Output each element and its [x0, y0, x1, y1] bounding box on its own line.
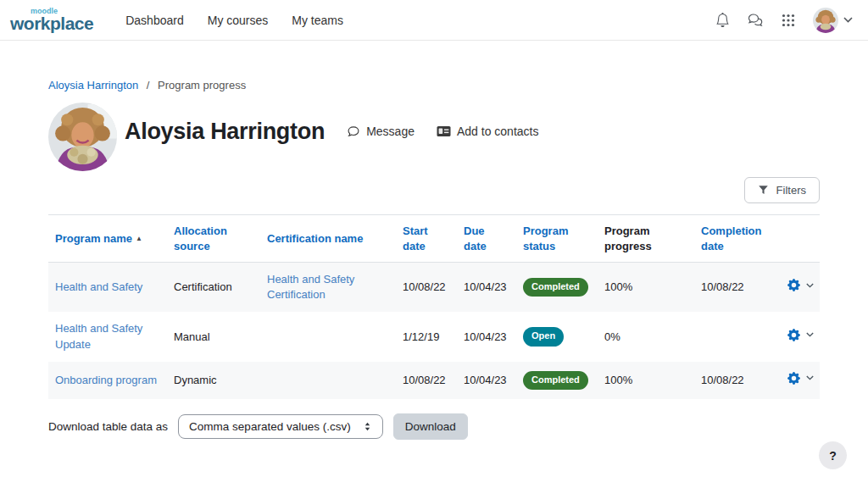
top-navbar: moodle workplace Dashboard My courses My… [0, 0, 868, 41]
download-format-select[interactable]: Comma separated values (.csv) [178, 414, 383, 439]
program-link[interactable]: Health and Safety [55, 280, 142, 293]
program-link[interactable]: Health and Safety Update [55, 322, 142, 350]
table-header-row: Program name▲ Allocation source Certific… [48, 215, 820, 263]
address-card-icon [437, 125, 451, 137]
completion-date-cell: 10/08/22 [694, 362, 781, 399]
download-label: Download table data as [48, 420, 168, 433]
moodle-workplace-logo[interactable]: moodle workplace [10, 8, 93, 32]
due-date-cell: 10/04/23 [457, 312, 516, 361]
message-button[interactable]: Message [347, 125, 415, 138]
table-row: Health and Safety Update Manual 1/12/19 … [48, 312, 820, 361]
speech-bubble-icon [347, 125, 360, 138]
row-actions-menu[interactable] [787, 329, 814, 341]
start-date-cell: 10/08/22 [396, 263, 457, 313]
table-row: Health and Safety Certification Health a… [48, 263, 820, 313]
gear-icon [787, 372, 800, 385]
profile-header: Aloysia Harrington Message Add to contac… [48, 103, 820, 171]
header-start-date[interactable]: Start date [396, 215, 457, 263]
completion-date-cell [694, 312, 781, 361]
breadcrumb-current-page: Program progress [158, 79, 246, 92]
chevron-down-icon [806, 375, 814, 380]
filters-row: Filters [48, 177, 820, 203]
row-actions-menu[interactable] [787, 279, 814, 291]
due-date-cell: 10/04/23 [457, 263, 516, 313]
nav-dashboard[interactable]: Dashboard [125, 14, 184, 27]
grid-icon [782, 14, 795, 27]
header-allocation-source[interactable]: Allocation source [167, 215, 260, 263]
breadcrumb-separator: / [147, 79, 150, 92]
profile-name-row: Aloysia Harrington Message Add to contac… [125, 115, 538, 147]
nav-my-courses[interactable]: My courses [208, 14, 269, 27]
status-badge: Completed [523, 278, 588, 297]
user-menu[interactable] [813, 8, 853, 33]
allocation-source-cell: Dynamic [167, 362, 260, 399]
status-badge: Open [523, 327, 564, 346]
breadcrumb-user-link[interactable]: Aloysia Harrington [48, 79, 138, 92]
selected-format: Comma separated values (.csv) [189, 420, 351, 433]
header-actions [781, 215, 820, 263]
program-link[interactable]: Onboarding program [55, 374, 157, 386]
chevron-down-icon [806, 283, 814, 288]
status-badge: Completed [523, 371, 588, 390]
completion-date-cell: 10/08/22 [694, 263, 781, 313]
primary-nav: Dashboard My courses My teams [125, 14, 343, 27]
progress-cell: 0% [598, 312, 694, 361]
chevron-down-icon [806, 332, 814, 337]
table-row: Onboarding program Dynamic 10/08/22 10/0… [48, 362, 820, 399]
header-due-date[interactable]: Due date [457, 215, 516, 263]
certification-cell [260, 312, 396, 361]
start-date-cell: 10/08/22 [396, 362, 457, 399]
sort-asc-icon: ▲ [136, 235, 142, 242]
breadcrumb: Aloysia Harrington / Program progress [48, 79, 820, 92]
chevron-down-icon [843, 17, 853, 23]
gear-icon [787, 279, 800, 291]
filters-button[interactable]: Filters [744, 177, 820, 203]
download-row: Download table data as Comma separated v… [48, 413, 820, 440]
message-label: Message [366, 125, 415, 138]
nav-my-teams[interactable]: My teams [292, 14, 343, 27]
certification-link[interactable]: Health and Safety Certification [267, 273, 354, 301]
help-button[interactable]: ? [819, 441, 847, 469]
download-button[interactable]: Download [393, 413, 468, 440]
funnel-icon [758, 185, 769, 196]
apps-launcher-button[interactable] [782, 14, 795, 27]
program-progress-table: Program name▲ Allocation source Certific… [48, 214, 820, 399]
avatar [813, 8, 838, 33]
gear-icon [787, 329, 800, 341]
row-actions-menu[interactable] [787, 372, 814, 385]
allocation-source-cell: Certification [167, 263, 260, 313]
profile-avatar [48, 103, 117, 171]
header-program-name[interactable]: Program name▲ [48, 215, 167, 263]
logo-workplace-text: workplace [10, 14, 93, 33]
bell-icon [715, 13, 730, 27]
allocation-source-cell: Manual [167, 312, 260, 361]
chat-bubbles-icon [748, 13, 764, 27]
filters-label: Filters [776, 184, 806, 197]
header-certification-name[interactable]: Certification name [260, 215, 396, 263]
messages-button[interactable] [748, 13, 764, 27]
progress-cell: 100% [598, 263, 694, 313]
page-title: Aloysia Harrington [125, 119, 325, 145]
header-program-name-label: Program name [55, 232, 132, 245]
start-date-cell: 1/12/19 [396, 312, 457, 361]
main-content: Aloysia Harrington / Program progress Al… [48, 79, 820, 440]
notifications-button[interactable] [715, 13, 730, 27]
navbar-right [715, 8, 853, 33]
header-program-status[interactable]: Program status [516, 215, 598, 263]
header-program-progress: Program progress [598, 215, 694, 263]
certification-cell [260, 362, 396, 399]
add-to-contacts-label: Add to contacts [457, 125, 539, 138]
due-date-cell: 10/04/23 [457, 362, 516, 399]
select-stepper-icon [363, 421, 372, 432]
add-to-contacts-button[interactable]: Add to contacts [437, 125, 539, 138]
progress-cell: 100% [598, 362, 694, 399]
header-completion-date[interactable]: Completion date [694, 215, 781, 263]
